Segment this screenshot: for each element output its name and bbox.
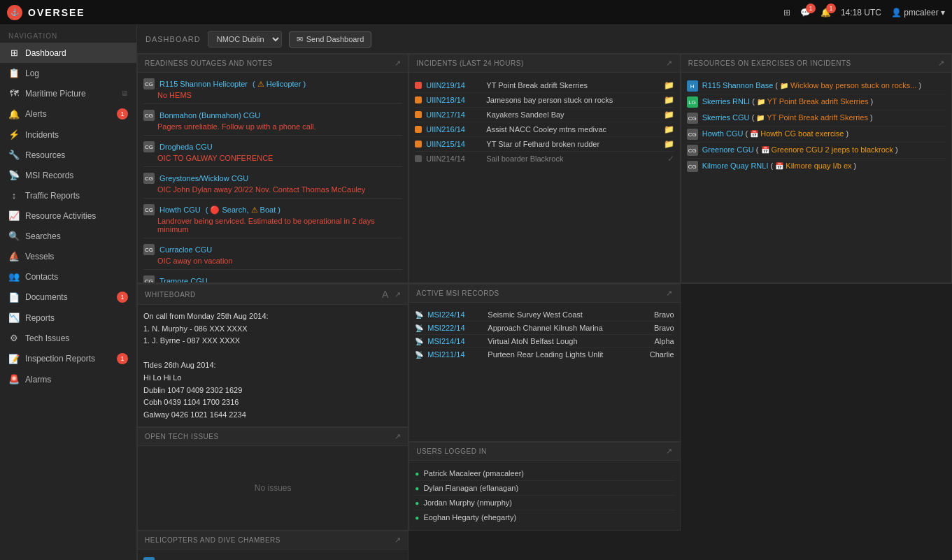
- resources-export-icon[interactable]: ↗: [938, 59, 945, 68]
- msi-status: Bravo: [639, 310, 674, 319]
- incident-id[interactable]: UIIN216/14: [426, 125, 482, 134]
- incident-status-gray: [415, 155, 422, 162]
- sidebar-item-msi-records[interactable]: 📡 MSI Records: [0, 165, 136, 185]
- users-panel: USERS LOGGED IN ↗ ● Patrick Macaleer (pm…: [408, 442, 680, 531]
- alarms-icon: 🚨: [8, 374, 20, 385]
- folder-icon: 📁: [664, 95, 674, 105]
- sidebar-item-label: Incidents: [25, 130, 59, 140]
- msi-status: Alpha: [639, 337, 674, 345]
- sidebar-nav-label: NAVIGATION: [0, 25, 136, 43]
- sidebar-item-contacts[interactable]: 👥 Contacts: [0, 266, 136, 287]
- sidebar-item-label: Alarms: [25, 375, 51, 385]
- readiness-item-r115: CG R115 Shannon Helicopter ( ⚠ Helicopte…: [143, 78, 402, 104]
- resource-incident-link[interactable]: Howth CG boat exercise: [760, 129, 846, 138]
- chat-icon[interactable]: 💬 1: [800, 8, 811, 17]
- msi-desc: Purteen Rear Leading Lights Unlit: [488, 350, 634, 359]
- readiness-export-icon[interactable]: ↗: [395, 59, 402, 68]
- resource-incident-link[interactable]: Kilmore quay I/b ex: [786, 161, 851, 170]
- resource-base-link[interactable]: Greenore CGU: [702, 145, 754, 154]
- sidebar-item-label: Reports: [25, 313, 55, 323]
- helicopters-panel-body: H R115 Shannon Helicopter ( ⚠ Helicopter…: [138, 550, 408, 560]
- user-row: ● Patrick Macaleer (pmacaleer): [415, 466, 674, 481]
- cg-badge: CG: [143, 110, 155, 121]
- resource-base-link[interactable]: Kilmore Quay RNLI: [702, 161, 769, 170]
- resource-incident-link[interactable]: YT Point Break adrift Skerries: [767, 97, 871, 106]
- sidebar-item-alarms[interactable]: 🚨 Alarms: [0, 369, 136, 389]
- calendar-icon[interactable]: ⊞: [783, 8, 790, 17]
- documents-badge: 1: [117, 292, 128, 303]
- incident-id[interactable]: UIIN219/14: [426, 81, 482, 89]
- resource-base-link[interactable]: Howth CGU: [702, 129, 744, 138]
- sidebar-item-reports[interactable]: 📉 Reports: [0, 308, 136, 328]
- msi-id[interactable]: MSI211/14: [427, 350, 483, 359]
- dashboard-location-select[interactable]: NMOC Dublin: [208, 31, 282, 48]
- users-title: USERS LOGGED IN: [416, 447, 486, 455]
- sidebar-item-resources[interactable]: 🔧 Resources: [0, 145, 136, 165]
- incident-id[interactable]: UIIN215/14: [426, 140, 482, 148]
- sidebar-item-maritime-picture[interactable]: 🗺 Maritime Picture 🖥: [0, 83, 136, 103]
- resource-row: CG Kilmore Quay RNLI ( 📅 Kilmore quay I/…: [687, 159, 946, 174]
- readiness-link[interactable]: Tramore CGU: [159, 277, 208, 282]
- topnav: ⚓ OVERSEE ⊞ 💬 1 🔔 1 14:18 UTC 👤 pmcaleer…: [0, 0, 952, 25]
- incident-id[interactable]: UIIN217/14: [426, 110, 482, 119]
- msi-panel: ACTIVE MSI RECORDS ↗ 📡 MSI224/14 Seismic…: [408, 284, 680, 442]
- check-icon: ✓: [667, 154, 674, 164]
- resource-base-link[interactable]: Skerries CGU: [702, 113, 750, 122]
- sidebar-item-searches[interactable]: 🔍 Searches: [0, 226, 136, 246]
- incident-id[interactable]: UIIN218/14: [426, 96, 482, 104]
- resource-incident-link[interactable]: YT Point Break adrift Skerries: [767, 113, 870, 122]
- sidebar-item-alerts[interactable]: 🔔 Alerts 1: [0, 103, 136, 124]
- documents-icon: 📄: [8, 292, 20, 303]
- incidents-export-icon[interactable]: ↗: [666, 59, 673, 68]
- whiteboard-actions: A ↗: [382, 289, 401, 300]
- sidebar-item-label: Documents: [25, 292, 68, 302]
- topnav-user[interactable]: 👤 pmcaleer ▾: [891, 8, 945, 17]
- tech-issues-export-icon[interactable]: ↗: [395, 432, 402, 441]
- resource-incident-link[interactable]: Wicklow bay person stuck on rocks...: [790, 81, 916, 89]
- readiness-link[interactable]: Drogheda CGU: [159, 143, 213, 151]
- msi-title: ACTIVE MSI RECORDS: [416, 289, 499, 297]
- cg-badge: CG: [143, 173, 155, 184]
- sidebar-item-inspection-reports[interactable]: 📝 Inspection Reports 1: [0, 348, 136, 369]
- cg-badge: CG: [687, 113, 698, 124]
- whiteboard-export-icon[interactable]: ↗: [395, 290, 402, 299]
- calendar-icon-yellow: 📅: [761, 146, 769, 154]
- send-dashboard-button[interactable]: ✉ Send Dashboard: [289, 31, 372, 48]
- font-icon[interactable]: A: [382, 289, 389, 300]
- msi-id[interactable]: MSI214/14: [427, 337, 483, 345]
- bell-icon[interactable]: 🔔 1: [820, 8, 831, 17]
- resource-row: H R115 Shannon Base ( 📁 Wicklow bay pers…: [687, 78, 946, 94]
- sidebar-item-dashboard[interactable]: ⊞ Dashboard: [0, 43, 136, 63]
- sidebar-item-tech-issues[interactable]: ⚙ Tech Issues: [0, 328, 136, 348]
- helicopters-export-icon[interactable]: ↗: [395, 536, 402, 545]
- topnav-left: ⚓ OVERSEE: [7, 5, 85, 20]
- msi-row: 📡 MSI214/14 Virtual AtoN Belfast Lough A…: [415, 335, 674, 348]
- readiness-link[interactable]: Howth CGU: [159, 206, 201, 214]
- msi-id[interactable]: MSI224/14: [427, 310, 483, 319]
- incident-id[interactable]: UIIN214/14: [426, 155, 482, 163]
- folder-icon: 📁: [664, 139, 674, 149]
- resource-base-link[interactable]: Skerries RNLI: [702, 97, 750, 106]
- sidebar-item-traffic-reports[interactable]: ↕ Traffic Reports: [0, 185, 136, 206]
- incident-desc: Assist NACC Cooley mtns medivac: [486, 125, 659, 134]
- sidebar-item-incidents[interactable]: ⚡ Incidents: [0, 124, 136, 145]
- users-export-icon[interactable]: ↗: [666, 447, 673, 456]
- sidebar-item-resource-activities[interactable]: 📈 Resource Activities: [0, 206, 136, 226]
- sidebar-item-documents[interactable]: 📄 Documents 1: [0, 287, 136, 308]
- resource-incident-link[interactable]: Greenore CGU 2 jeeps to blackrock: [772, 145, 893, 154]
- resource-base-link[interactable]: R115 Shannon Base: [702, 81, 774, 89]
- msi-export-icon[interactable]: ↗: [666, 289, 673, 298]
- readiness-link[interactable]: Bonmahon (Bunmahon) CGU: [159, 111, 260, 120]
- msi-id[interactable]: MSI222/14: [427, 324, 483, 332]
- readiness-panel-header: READINESS OUTAGES AND NOTES ↗: [138, 55, 408, 73]
- readiness-link[interactable]: Curracloe CGU: [159, 245, 212, 254]
- maritime-icon: 🗺: [8, 88, 20, 99]
- cg-badge: CG: [143, 141, 155, 152]
- sidebar-item-log[interactable]: 📋 Log: [0, 63, 136, 83]
- sidebar-item-vessels[interactable]: ⛵ Vessels: [0, 246, 136, 266]
- incident-desc: YT Star of Fethard broken rudder: [486, 140, 659, 148]
- readiness-link[interactable]: R115 Shannon Helicopter: [159, 80, 248, 88]
- readiness-link[interactable]: Greystones/Wicklow CGU: [159, 174, 248, 182]
- msi-status: Bravo: [639, 324, 674, 332]
- incident-status-red: [415, 82, 422, 89]
